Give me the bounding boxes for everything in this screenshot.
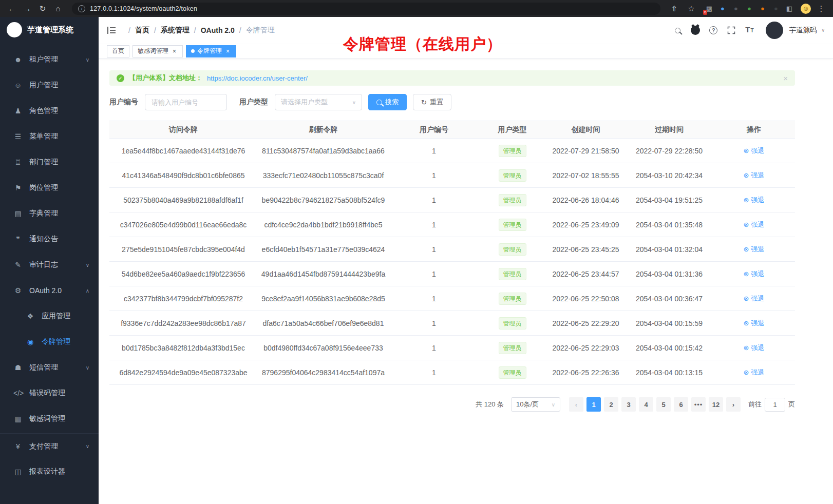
column-header[interactable]: 用户编号 xyxy=(389,121,479,138)
sidebar-item[interactable]: </> 错误码管理 xyxy=(0,380,99,406)
browser-extension-icon[interactable]: ● xyxy=(731,4,741,13)
sidebar-item[interactable]: ✎ 审计日志 ∨ xyxy=(0,252,99,278)
font-size-icon[interactable]: TT xyxy=(745,25,754,35)
force-logout-icon: ⊗ xyxy=(744,270,749,277)
sidebar-collapse-icon[interactable] xyxy=(107,26,116,34)
browser-reload-icon[interactable]: ↻ xyxy=(36,2,49,15)
chevron-icon: ∧ xyxy=(86,288,89,294)
sidebar-item[interactable]: ☺ 用户管理 xyxy=(0,72,99,98)
column-header[interactable]: 刷新令牌 xyxy=(257,121,389,138)
force-logout-button[interactable]: ⊗ 强退 xyxy=(744,319,765,328)
bookmark-star-icon[interactable]: ☆ xyxy=(685,2,698,15)
github-icon[interactable] xyxy=(691,25,700,35)
breadcrumb-item[interactable]: / 系统管理 xyxy=(149,26,190,35)
force-logout-button[interactable]: ⊗ 强退 xyxy=(744,294,765,303)
sidebar-item[interactable]: ▦ 敏感词管理 xyxy=(0,406,99,432)
sidebar-item-label: 用户管理 xyxy=(29,81,83,90)
sidebar-item-label: 错误码管理 xyxy=(29,389,83,398)
user-menu-caret-icon[interactable]: ∨ xyxy=(821,28,825,33)
filter-form: 用户编号 用户类型 请选择用户类型 ∨ 搜索 ↻ 重置 xyxy=(109,94,795,110)
page-number-button[interactable]: ••• xyxy=(691,397,706,412)
user-type-select[interactable]: 请选择用户类型 ∨ xyxy=(275,94,362,110)
user-name[interactable]: 芋道源码 xyxy=(789,26,817,35)
sidebar-item[interactable]: ¥ 支付管理 ∨ xyxy=(0,433,99,459)
created-time-cell: 2022-06-25 22:29:03 xyxy=(546,336,626,360)
force-logout-button[interactable]: ⊗ 强退 xyxy=(744,269,765,279)
page-number-button[interactable]: 2 xyxy=(604,397,618,412)
tab-chip[interactable]: 令牌管理 × xyxy=(186,45,236,57)
user-type-cell: 管理员 xyxy=(479,262,546,286)
prev-page-button[interactable]: ‹ xyxy=(569,397,583,412)
column-header[interactable]: 访问令牌 xyxy=(109,121,257,138)
sidebar-item[interactable]: ❞ 通知公告 xyxy=(0,226,99,252)
force-logout-button[interactable]: ⊗ 强退 xyxy=(744,343,765,353)
browser-forward-icon[interactable]: → xyxy=(21,2,34,15)
sidebar-item[interactable]: ❖ 应用管理 xyxy=(0,303,99,329)
user-id-input[interactable] xyxy=(145,94,227,110)
tab-close-icon[interactable]: × xyxy=(171,48,178,54)
page-size-select[interactable]: 10条/页 ∨ xyxy=(511,397,560,412)
help-icon[interactable]: ? xyxy=(709,25,718,35)
tab-chip[interactable]: 首页 xyxy=(107,45,129,57)
breadcrumb-item[interactable]: / 令牌管理 xyxy=(235,26,275,35)
user-type-badge: 管理员 xyxy=(499,366,526,379)
sidebar-item[interactable]: ◫ 报表设计器 xyxy=(0,459,99,484)
browser-extension-icon[interactable]: ● xyxy=(718,4,727,13)
browser-extension-icon[interactable]: ▩ 6 xyxy=(705,4,714,13)
browser-profile-avatar[interactable]: ☺ xyxy=(801,4,811,14)
site-info-icon[interactable]: i xyxy=(78,5,85,12)
sidebar-item[interactable]: ◉ 令牌管理 xyxy=(0,329,99,355)
user-id-cell: 1 xyxy=(389,237,479,261)
tab-label: 首页 xyxy=(112,47,124,55)
browser-back-icon[interactable]: ← xyxy=(5,2,18,15)
browser-extension-icon[interactable]: ● xyxy=(771,4,781,13)
page-number-button[interactable]: 1 xyxy=(586,397,601,412)
tab-chip[interactable]: 敏感词管理 × xyxy=(132,45,183,57)
page-number-button[interactable]: 5 xyxy=(656,397,671,412)
sidebar-item[interactable]: ⚑ 岗位管理 xyxy=(0,175,99,201)
breadcrumb-item[interactable]: / OAuth 2.0 xyxy=(190,26,235,34)
browser-extension-icon[interactable]: ● xyxy=(758,4,767,13)
created-time-cell: 2022-06-25 23:44:57 xyxy=(546,262,626,286)
column-header[interactable]: 创建时间 xyxy=(546,121,626,138)
column-header[interactable]: 用户类型 xyxy=(479,121,546,138)
search-icon[interactable] xyxy=(673,25,682,35)
force-logout-button[interactable]: ⊗ 强退 xyxy=(744,245,765,254)
sidebar-item[interactable]: ☗ 短信管理 ∨ xyxy=(0,355,99,380)
force-logout-button[interactable]: ⊗ 强退 xyxy=(744,196,765,205)
reset-button[interactable]: ↻ 重置 xyxy=(413,94,451,110)
browser-menu-icon[interactable]: ⋮ xyxy=(815,2,828,15)
goto-page-input[interactable] xyxy=(765,398,785,412)
tab-close-icon[interactable]: × xyxy=(224,48,231,54)
user-avatar[interactable] xyxy=(766,22,783,39)
alert-close-icon[interactable]: × xyxy=(783,74,788,83)
search-button[interactable]: 搜索 xyxy=(368,94,407,110)
sidebar-item[interactable]: ⚙ OAuth 2.0 ∧ xyxy=(0,278,99,303)
browser-extension-icon[interactable]: ● xyxy=(745,4,754,13)
force-logout-button[interactable]: ⊗ 强退 xyxy=(744,146,765,156)
browser-extension-icon[interactable]: ◧ xyxy=(785,4,794,13)
sidebar-item[interactable]: ♟ 角色管理 xyxy=(0,98,99,124)
sidebar-item[interactable]: ☻ 租户管理 ∨ xyxy=(0,47,99,72)
column-header[interactable]: 操作 xyxy=(713,121,795,138)
sidebar-item[interactable]: ♖ 部门管理 xyxy=(0,149,99,175)
address-bar[interactable]: i 127.0.0.1:1024/system/oauth2/token xyxy=(72,3,660,15)
force-logout-button[interactable]: ⊗ 强退 xyxy=(744,220,765,229)
sidebar-item[interactable]: ☰ 菜单管理 xyxy=(0,124,99,149)
breadcrumb-item[interactable]: / 首页 xyxy=(124,26,149,35)
next-page-button[interactable]: › xyxy=(726,397,741,412)
page-number-button[interactable]: 6 xyxy=(674,397,688,412)
refresh-token-cell: 811c530487574fa0af1a59d3abc1aa66 xyxy=(257,139,389,163)
sidebar-item[interactable]: ▤ 字典管理 xyxy=(0,201,99,226)
share-icon[interactable]: ⇧ xyxy=(668,2,681,15)
fullscreen-icon[interactable] xyxy=(727,25,736,35)
page-number-button[interactable]: 3 xyxy=(621,397,636,412)
page-number-button[interactable]: 4 xyxy=(639,397,653,412)
force-logout-button[interactable]: ⊗ 强退 xyxy=(744,368,765,377)
browser-home-icon[interactable]: ⌂ xyxy=(51,2,65,15)
column-header[interactable]: 过期时间 xyxy=(626,121,713,138)
page-number-button[interactable]: 12 xyxy=(709,397,723,412)
doc-link[interactable]: https://doc.iocoder.cn/user-center/ xyxy=(207,74,308,82)
access-token-cell: 41c41346a548490f9dc8b01c6bfe0865 xyxy=(109,163,257,187)
force-logout-button[interactable]: ⊗ 强退 xyxy=(744,171,765,180)
